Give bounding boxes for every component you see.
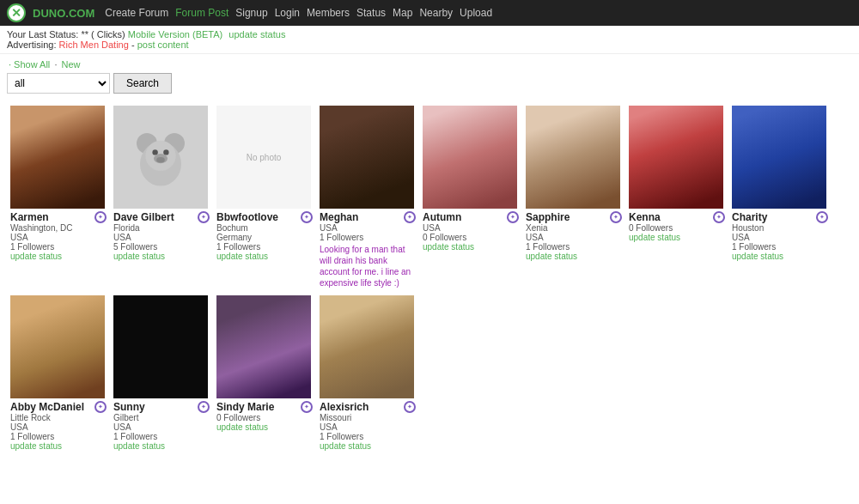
- profile-card[interactable]: Sindy Marie ✦ 0 Followers update status: [213, 292, 316, 454]
- update-status-link[interactable]: update status: [732, 252, 828, 261]
- ad-sep: -: [131, 39, 137, 50]
- follow-icon[interactable]: ✦: [301, 401, 313, 413]
- profile-card[interactable]: Abby McDaniel ✦ Little Rock USA 1 Follow…: [7, 292, 110, 454]
- update-status-link[interactable]: update status: [113, 441, 210, 451]
- follow-icon[interactable]: ✦: [94, 211, 107, 223]
- avatar[interactable]: [320, 106, 414, 209]
- location: Little Rock: [10, 413, 107, 422]
- name-row: Charity ✦: [732, 211, 828, 223]
- avatar[interactable]: [732, 106, 826, 209]
- filter-select[interactable]: all: [7, 73, 110, 94]
- profile-name[interactable]: Dave Gilbert: [113, 211, 174, 223]
- country: USA: [732, 233, 828, 242]
- avatar[interactable]: [629, 106, 723, 209]
- follow-icon[interactable]: ✦: [816, 211, 828, 223]
- profile-card[interactable]: Charity ✦ Houston USA 1 Followers update…: [728, 102, 832, 292]
- svg-point-4: [152, 149, 157, 155]
- profile-name[interactable]: Sapphire: [526, 211, 570, 223]
- show-all-link[interactable]: · Show All: [9, 59, 50, 70]
- svg-point-5: [163, 149, 168, 155]
- profile-card[interactable]: Sunny ✦ Gilbert USA 1 Followers update s…: [110, 292, 213, 454]
- update-status-link[interactable]: update status: [320, 441, 416, 451]
- profile-name[interactable]: Meghan: [320, 211, 358, 223]
- profile-name[interactable]: Kenna: [629, 211, 661, 223]
- nav-members[interactable]: Members: [307, 7, 350, 19]
- name-row: Kenna ✦: [629, 211, 725, 223]
- follow-icon[interactable]: ✦: [507, 211, 519, 223]
- profile-name[interactable]: Sindy Marie: [216, 401, 274, 413]
- avatar[interactable]: No photo: [216, 106, 311, 209]
- avatar[interactable]: [113, 106, 208, 209]
- mobile-version-link[interactable]: Mobile Version (BETA): [128, 29, 222, 39]
- profile-name[interactable]: Bbwfootlove: [216, 211, 278, 223]
- location: Washington, DC: [10, 223, 107, 233]
- update-status-link[interactable]: update status: [113, 252, 210, 261]
- nav-map[interactable]: Map: [393, 7, 412, 19]
- followers: 1 Followers: [320, 233, 416, 242]
- followers: 1 Followers: [320, 432, 416, 441]
- profile-card[interactable]: Autumn ✦ USA 0 Followers update status: [419, 102, 522, 292]
- profile-card[interactable]: No photo Bbwfootlove ✦ Bochum Germany 1 …: [213, 102, 316, 292]
- followers: 0 Followers: [629, 223, 725, 233]
- avatar[interactable]: [113, 295, 208, 398]
- update-status-link[interactable]: update status: [10, 252, 107, 261]
- follow-icon[interactable]: ✦: [198, 401, 210, 413]
- profile-name[interactable]: Charity: [732, 211, 767, 223]
- nav-upload[interactable]: Upload: [460, 7, 492, 19]
- avatar[interactable]: [216, 295, 311, 398]
- followers: 0 Followers: [216, 413, 313, 422]
- nav-nearby[interactable]: Nearby: [419, 7, 453, 19]
- profile-card[interactable]: Karmen ✦ Washington, DC USA 1 Followers …: [7, 102, 110, 292]
- avatar[interactable]: [320, 295, 414, 398]
- profile-card[interactable]: Meghan ✦ USA 1 Followers Looking for a m…: [316, 102, 419, 292]
- follow-icon[interactable]: ✦: [301, 211, 313, 223]
- name-row: Autumn ✦: [423, 211, 519, 223]
- new-link[interactable]: New: [62, 59, 81, 70]
- follow-icon[interactable]: ✦: [610, 211, 622, 223]
- ad-rich-men-link[interactable]: Rich Men Dating: [59, 39, 129, 50]
- followers: 0 Followers: [423, 233, 519, 242]
- nav-status[interactable]: Status: [356, 7, 386, 19]
- post-content-link[interactable]: post content: [137, 39, 189, 50]
- update-status-link[interactable]: update status: [216, 252, 313, 261]
- update-status-link[interactable]: update status: [629, 233, 725, 242]
- profile-name[interactable]: Abby McDaniel: [10, 401, 84, 413]
- avatar[interactable]: [526, 106, 620, 209]
- country: USA: [113, 233, 210, 242]
- location: Florida: [113, 223, 210, 233]
- follow-icon[interactable]: ✦: [713, 211, 725, 223]
- profile-card[interactable]: Kenna ✦ 0 Followers update status: [625, 102, 728, 292]
- update-status-link[interactable]: update status: [526, 252, 622, 261]
- update-status-link[interactable]: update status: [228, 29, 285, 39]
- profile-card[interactable]: Dave Gilbert ✦ Florida USA 5 Followers u…: [110, 102, 213, 292]
- followers: 1 Followers: [10, 242, 107, 252]
- update-status-link[interactable]: update status: [10, 441, 107, 451]
- profile-name[interactable]: Alexisrich: [320, 401, 369, 413]
- follow-icon[interactable]: ✦: [404, 401, 416, 413]
- avatar[interactable]: [10, 295, 105, 398]
- update-status-link[interactable]: update status: [216, 422, 313, 432]
- follow-icon[interactable]: ✦: [198, 211, 210, 223]
- location: Bochum: [216, 223, 313, 233]
- logo-icon: ✕: [7, 3, 26, 22]
- ad-prefix: Advertising:: [7, 39, 56, 50]
- nav-signup[interactable]: Signup: [235, 7, 267, 19]
- update-status-link[interactable]: update status: [423, 242, 519, 252]
- profile-card[interactable]: Sapphire ✦ Xenia USA 1 Followers update …: [522, 102, 625, 292]
- search-row: all Search: [7, 73, 852, 94]
- name-row: Alexisrich ✦: [320, 401, 416, 413]
- nav-forum-post[interactable]: Forum Post: [175, 7, 228, 19]
- profile-name[interactable]: Autumn: [423, 211, 461, 223]
- avatar[interactable]: [10, 106, 105, 209]
- nav-create-forum[interactable]: Create Forum: [105, 7, 168, 19]
- follow-icon[interactable]: ✦: [94, 401, 107, 413]
- follow-icon[interactable]: ✦: [404, 211, 416, 223]
- profile-name[interactable]: Sunny: [113, 401, 145, 413]
- profile-card[interactable]: Alexisrich ✦ Missouri USA 1 Followers up…: [316, 292, 419, 454]
- name-row: Abby McDaniel ✦: [10, 401, 107, 413]
- search-button[interactable]: Search: [113, 73, 172, 94]
- nav-login[interactable]: Login: [275, 7, 300, 19]
- name-row: Sunny ✦: [113, 401, 210, 413]
- profile-name[interactable]: Karmen: [10, 211, 49, 223]
- avatar[interactable]: [423, 106, 517, 209]
